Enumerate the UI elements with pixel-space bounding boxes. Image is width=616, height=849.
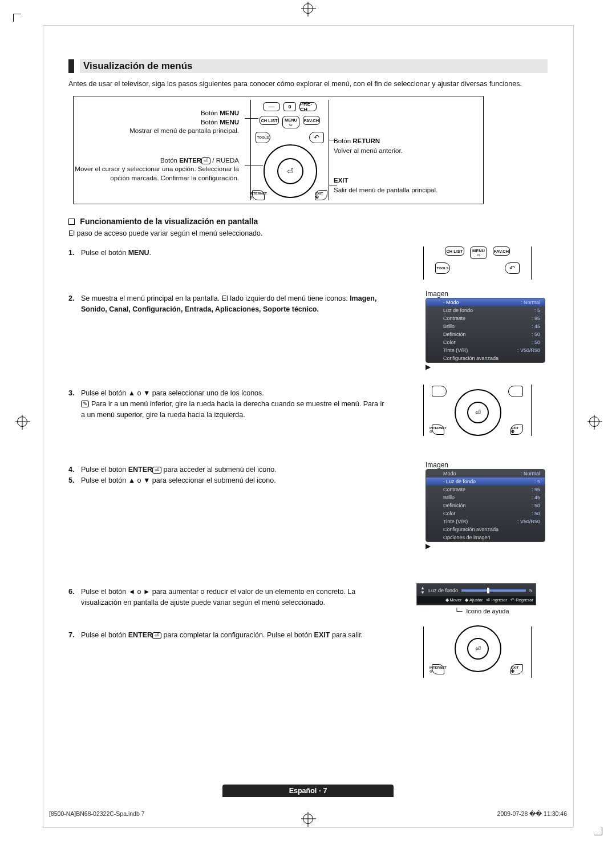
step-text: Pulse el botón ▲ o ▼ para seleccionar el…: [81, 475, 388, 486]
step-4-5: 4. Pulse el botón ENTER⏎ para acceder al…: [68, 461, 548, 550]
enter-suffix: / RUEDA: [210, 157, 239, 164]
diagram-left-labels: Botón MENU Botón MENU Mostrar el menú de…: [74, 96, 245, 204]
step-text: Se muestra el menú principal en la panta…: [81, 293, 388, 315]
crop-line: [43, 25, 573, 26]
osd-tab: Imagen: [425, 290, 548, 298]
remote-illustration: — 0 PRE-CH CH LIST MENU▭ FAV.CH TOOLS ↶ …: [250, 100, 329, 200]
enter-label-desc: Mover el cursor y seleccionar una opción…: [75, 165, 239, 181]
step-1: 1. Pulse el botón MENU. CH LIST MENU▭ FA…: [68, 244, 548, 280]
tools-key: TOOLS: [435, 262, 450, 274]
step-text: Pulse el botón MENU.: [81, 248, 388, 258]
chlist-key: CH LIST: [260, 116, 279, 125]
heading-accent: [68, 59, 74, 73]
tools-key: TOOLS: [256, 132, 270, 143]
crop-corner-br: [594, 827, 602, 835]
step-3: 3. Pulse el botón ▲ o ▼ para seleccionar…: [68, 385, 548, 436]
step-num: 2.: [68, 293, 81, 315]
osd-row: Tinte (V/R): V50/R50: [426, 346, 545, 354]
osd-row: · Modo: Normal: [426, 298, 545, 306]
step-text: Pulse el botón ◄ o ► para aumentar o red…: [81, 587, 388, 608]
nav-wheel: ⏎: [455, 389, 501, 436]
bullet-square-icon: [68, 219, 75, 225]
osd-row: Brillo: 45: [426, 494, 545, 502]
enter-key: ⏎: [467, 402, 489, 423]
enter-icon: ⏎: [201, 157, 210, 164]
internet-key: INTERNET @: [252, 190, 265, 200]
subsection-desc: El paso de acceso puede variar según el …: [68, 229, 548, 237]
enter-icon: ⏎: [152, 632, 161, 639]
remote-diagram: Botón MENU Botón MENU Mostrar el menú de…: [73, 96, 484, 204]
print-timestamp: 2009-07-28 �� 11:30:46: [497, 810, 567, 817]
step-text: Pulse el botón ENTER⏎ para acceder al su…: [81, 464, 388, 475]
exit-label-title: EXIT: [334, 177, 348, 184]
heading-text: Visualización de menús: [80, 59, 548, 73]
menu-label-title: Botón MENU: [201, 110, 239, 116]
nav-wheel: ⏎: [455, 625, 501, 672]
enter-icon: ⏎: [152, 467, 161, 474]
help-caption: └─ Icono de ayuda: [416, 608, 548, 615]
prech-key: PRE-CH: [299, 102, 317, 111]
osd-row: Contraste: 95: [426, 314, 545, 322]
subsection: Funcionamiento de la visualización en pa…: [68, 217, 548, 237]
note-icon: ✎: [81, 401, 89, 407]
section-heading: Visualización de menús: [68, 59, 548, 73]
menu-key: MENU▭: [282, 116, 299, 128]
chevron-right-icon: ▶: [425, 542, 548, 550]
chevron-right-icon: ▶: [425, 363, 548, 371]
remote-snippet-menu: CH LIST MENU▭ FAV.CH TOOLS ↶: [423, 246, 532, 280]
slider-label: Luz de fondo: [428, 588, 458, 593]
chlist-key: CH LIST: [445, 246, 464, 256]
intro-text: Antes de usar el televisor, siga los pas…: [68, 79, 548, 89]
step-num: 5.: [68, 475, 81, 486]
osd-row: Opciones de imagen: [426, 533, 545, 541]
step-num: 7.: [68, 630, 81, 641]
osd-row: Configuración avanzada: [426, 525, 545, 533]
crop-line: [43, 827, 573, 828]
osd-row: Configuración avanzada: [426, 354, 545, 362]
menu-label-desc: Mostrar el menú de pantalla principal.: [129, 127, 239, 134]
print-filename: [8500-NA]BN68-02322C-Spa.indb 7: [49, 810, 145, 817]
crop-corner-tl: [13, 14, 21, 22]
step-2: 2. Se muestra el menú principal en la pa…: [68, 290, 548, 371]
step-num: 4.: [68, 464, 81, 475]
crop-line: [43, 25, 43, 827]
osd-row: Definición: 50: [426, 330, 545, 338]
subsection-title: Funcionamiento de la visualización en pa…: [80, 217, 258, 226]
osd-row: Contraste: 95: [426, 486, 545, 494]
page: Visualización de menús Antes de usar el …: [0, 0, 616, 849]
register-mark-right: [589, 417, 599, 427]
crop-line: [573, 25, 574, 827]
osd-menu-2: Imagen Modo: Normal· Luz de fondo: 5Cont…: [425, 461, 548, 550]
step-num: 6.: [68, 587, 81, 608]
diagram-right-labels: Botón RETURN Volver al menú anterior. EX…: [334, 136, 476, 195]
exit-key: EXIT ⏻: [315, 190, 327, 200]
step-text: Pulse el botón ▲ o ▼ para seleccionar un…: [81, 388, 388, 420]
remote-snippet-exit: ⏎ INTERNET @ EXIT ⏻: [423, 626, 532, 678]
step-6: 6. Pulse el botón ◄ o ► para aumentar o …: [68, 583, 548, 615]
osd-slider: ▲▼ Luz de fondo 5 ◆ Mover ◆ Ajustar ⏎ In…: [416, 583, 536, 605]
step-num: 1.: [68, 248, 81, 258]
exit-label-desc: Salir del menú de pantalla principal.: [334, 187, 437, 193]
osd-row: Color: 50: [426, 510, 545, 518]
osd-row: Tinte (V/R): V50/R50: [426, 518, 545, 525]
return-key: ↶: [505, 262, 520, 274]
step-7: 7. Pulse el botón ENTER⏎ para completar …: [68, 626, 548, 678]
step-text: Pulse el botón ENTER⏎ para completar la …: [81, 630, 388, 641]
remote-snippet-wheel: ⏎ INTERNET @ EXIT ⏻: [423, 385, 532, 436]
register-mark-top: [303, 3, 313, 14]
osd-row: Modo: Normal: [426, 470, 545, 478]
favch-key: FAV.CH: [303, 116, 320, 125]
osd-row: · Luz de fondo: 5: [426, 478, 545, 486]
osd-row: Color: 50: [426, 338, 545, 346]
content-area: Visualización de menús Antes de usar el …: [68, 59, 548, 678]
exit-key: EXIT ⏻: [510, 424, 523, 435]
step-num: 3.: [68, 388, 81, 420]
slider-value: 5: [529, 588, 532, 593]
enter-key: ⏎: [467, 638, 489, 660]
minus-key: —: [263, 102, 280, 111]
favch-key: FAV.CH: [493, 246, 510, 256]
exit-key: EXIT ⏻: [510, 664, 523, 674]
slider-bar: [461, 589, 526, 592]
zero-key: 0: [283, 102, 296, 111]
tools-key: [432, 386, 447, 397]
